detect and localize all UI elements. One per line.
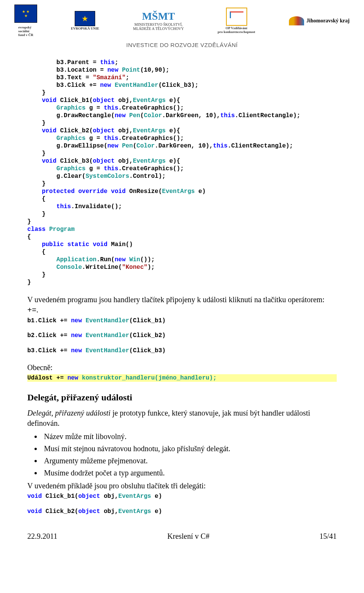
msmt-logo: MŠMT MINISTERSTVO ŠKOLSTVÍ, MLÁDEŽE A TĚ…	[133, 11, 184, 31]
code-block-main: b3.Parent = this; b3.Location = new Poin…	[27, 59, 337, 286]
list-item: Musíme dodržet počet a typ argumentů.	[42, 467, 337, 478]
paragraph-handlers: V uvedeném programu jsou handlery tlačít…	[27, 295, 337, 315]
code-snippet-b3: b3.Click += new EventHandler(Click_b3)	[27, 347, 337, 355]
sponsor-banner: evropský sociální fond v ČR EVROPSKÁ UNI…	[0, 0, 364, 59]
list-item: Název může mít libovolný.	[42, 431, 337, 442]
code-snippet-b1: b1.Click += new EventHandler(Click_b1)	[27, 317, 337, 325]
banner-slogan: INVESTICE DO ROZVOJE VZDĚLÁVÁNÍ	[7, 42, 357, 48]
syntax-template-highlight: Událost += new konstruktor_handleru(jmén…	[27, 374, 337, 382]
delegate-signature-2: void Click_b2(object obj,EventArgs e)	[27, 508, 337, 516]
label-general: Obecně:	[27, 362, 337, 373]
esf-logo: evropský sociální fond v ČR	[14, 5, 37, 37]
delegate-rules-list: Název může mít libovolný. Musí mít stejn…	[42, 431, 337, 478]
code-snippet-b2: b2.Click += new EventHandler(Click_b2)	[27, 332, 337, 340]
footer-title: Kreslení v C#	[167, 532, 209, 541]
paragraph-delegate-intro: Delegát, přiřazený události je prototyp …	[27, 408, 337, 428]
list-item: Argumenty můžeme přejmenovat.	[42, 455, 337, 466]
eu-logo: EVROPSKÁ UNIE	[71, 11, 99, 31]
jmk-logo: Jihomoravský kraj	[289, 16, 350, 25]
section-heading-delegate: Delegát, přiřazený události	[27, 392, 337, 403]
list-item: Musí mít stejnou návratovou hodnotu, jak…	[42, 443, 337, 454]
delegate-signature-1: void Click_b1(object obj,EventArgs e)	[27, 493, 337, 501]
paragraph-delegates-three: V uvedeném příkladě jsou pro obsluhu tla…	[27, 481, 337, 491]
page-footer: 22.9.2011 Kreslení v C# 15/41	[0, 525, 364, 548]
opvk-logo: OP Vzdělávání pro konkurenceschopnost	[218, 8, 255, 34]
footer-page-number: 15/41	[319, 532, 337, 541]
footer-date: 22.9.2011	[27, 532, 57, 541]
